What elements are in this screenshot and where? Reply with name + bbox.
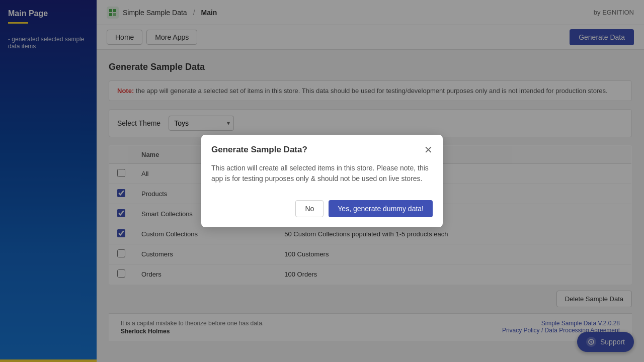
modal-close-button[interactable]: ✕	[424, 145, 433, 155]
modal-footer: No Yes, generate dummy data!	[201, 194, 443, 227]
modal-title: Generate Sample Data?	[211, 145, 307, 155]
modal-yes-button[interactable]: Yes, generate dummy data!	[329, 200, 433, 217]
modal: Generate Sample Data? ✕ This action will…	[201, 135, 443, 227]
modal-no-button[interactable]: No	[295, 200, 324, 217]
modal-overlay: Generate Sample Data? ✕ This action will…	[0, 0, 644, 362]
modal-header: Generate Sample Data? ✕	[201, 135, 443, 155]
modal-body: This action will create all selected ite…	[201, 155, 443, 194]
